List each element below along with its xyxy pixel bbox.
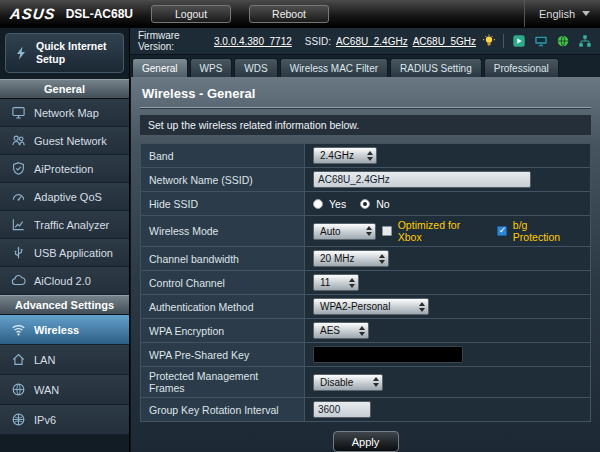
row-authentication-method: Authentication Method WPA2-Personal [141, 295, 591, 319]
select-arrows-icon [373, 377, 379, 387]
sidebar-item-traffic-analyzer[interactable]: Traffic Analyzer [0, 211, 129, 239]
ipv6-globe-icon [10, 412, 26, 428]
group-key-rotation-input[interactable] [313, 401, 371, 418]
firmware-version-link[interactable]: 3.0.0.4.380_7712 [214, 36, 292, 47]
sidebar-item-label: Guest Network [34, 135, 107, 147]
sidebar-item-wan[interactable]: WAN [0, 375, 129, 405]
screen-icon[interactable] [533, 34, 548, 49]
sidebar: Quick Internet Setup General Network Map… [0, 28, 130, 452]
wpa-encryption-value: AES [320, 325, 340, 336]
lamp-icon[interactable] [481, 34, 496, 49]
select-arrows-icon [419, 302, 425, 312]
channel-bandwidth-value: 20 MHz [320, 253, 354, 264]
tab-wds[interactable]: WDS [234, 58, 277, 77]
tab-bar: General WPS WDS Wireless MAC Filter RADI… [130, 55, 600, 77]
network-nodes-icon[interactable] [577, 34, 592, 49]
ssid-24ghz-link[interactable]: AC68U_2.4GHz [336, 36, 408, 47]
sidebar-item-guest-network[interactable]: Guest Network [0, 127, 129, 155]
group-key-rotation-label: Group Key Rotation Interval [141, 398, 305, 422]
caret-down-icon [582, 11, 590, 16]
sidebar-item-ipv6[interactable]: IPv6 [0, 405, 129, 435]
ssid-label: SSID: [305, 36, 331, 47]
tab-professional[interactable]: Professional [484, 58, 559, 77]
sidebar-item-label: Traffic Analyzer [34, 219, 109, 231]
wpa-encryption-label: WPA Encryption [141, 319, 305, 343]
tab-wireless-mac-filter[interactable]: Wireless MAC Filter [280, 58, 388, 77]
tab-wps[interactable]: WPS [190, 58, 233, 77]
page-title: Wireless - General [140, 83, 591, 108]
select-arrows-icon [359, 326, 365, 336]
top-bar: ASUS DSL-AC68U Logout Reboot English [0, 0, 600, 28]
logout-button[interactable]: Logout [151, 5, 231, 23]
hide-ssid-no-label: No [376, 198, 389, 210]
ssid-input[interactable] [313, 171, 531, 188]
band-value: 2.4GHz [320, 150, 354, 161]
qis-label: Quick Internet Setup [36, 40, 116, 65]
sidebar-item-label: Network Map [34, 107, 99, 119]
sidebar-item-usb-application[interactable]: USB Application [0, 239, 129, 267]
wpa-pre-shared-key-input[interactable] [313, 346, 463, 363]
row-group-key-rotation: Group Key Rotation Interval [141, 398, 591, 422]
play-icon[interactable] [511, 34, 526, 49]
people-icon [10, 133, 26, 149]
sidebar-item-lan[interactable]: LAN [0, 345, 129, 375]
sidebar-item-wireless[interactable]: Wireless [0, 315, 129, 345]
hide-ssid-yes-radio[interactable] [313, 199, 323, 209]
hide-ssid-yes-label: Yes [329, 198, 346, 210]
info-bar: Firmware Version: 3.0.0.4.380_7712 SSID:… [130, 28, 600, 55]
row-channel-bandwidth: Channel bandwidth 20 MHz [141, 247, 591, 271]
row-wpa-encryption: WPA Encryption AES [141, 319, 591, 343]
control-channel-select[interactable]: 11 [313, 274, 359, 291]
page-description: Set up the wireless related information … [140, 115, 591, 135]
authentication-method-select[interactable]: WPA2-Personal [313, 298, 429, 315]
general-section-header: General [0, 79, 129, 99]
row-wireless-mode: Wireless Mode Auto Optimized for Xbox [141, 216, 591, 247]
row-control-channel: Control Channel 11 [141, 271, 591, 295]
band-select[interactable]: 2.4GHz [313, 147, 377, 164]
sidebar-item-aicloud[interactable]: AiCloud 2.0 [0, 267, 129, 295]
green-globe-icon[interactable] [555, 34, 570, 49]
apply-row: Apply [140, 422, 591, 452]
row-band: Band 2.4GHz [141, 144, 591, 168]
sidebar-item-network-map[interactable]: Network Map [0, 99, 129, 127]
channel-bandwidth-select[interactable]: 20 MHz [313, 250, 389, 267]
protected-management-frames-select[interactable]: Disable [313, 374, 383, 391]
sidebar-item-label: AiCloud 2.0 [34, 275, 91, 287]
authentication-method-value: WPA2-Personal [320, 301, 390, 312]
bg-protection-label: b/g Protection [513, 219, 576, 243]
divider [503, 34, 504, 48]
sidebar-item-label: IPv6 [34, 414, 56, 426]
select-arrows-icon [366, 226, 372, 236]
ssid-field-label: Network Name (SSID) [141, 168, 305, 192]
apply-button[interactable]: Apply [333, 431, 399, 452]
firmware-label: Firmware Version: [138, 30, 209, 52]
usb-icon [10, 245, 26, 261]
optimized-for-xbox-checkbox[interactable] [382, 226, 392, 236]
sidebar-item-aiprotection[interactable]: AiProtection [0, 155, 129, 183]
wireless-mode-select[interactable]: Auto [313, 223, 376, 240]
shield-icon [10, 161, 26, 177]
router-admin-app: ASUS DSL-AC68U Logout Reboot English Qui… [0, 0, 600, 452]
status-icon-group [481, 34, 592, 49]
gauge-icon [10, 189, 26, 205]
chart-icon [10, 217, 26, 233]
wireless-mode-value: Auto [320, 226, 341, 237]
hide-ssid-label: Hide SSID [141, 192, 305, 216]
band-label: Band [141, 144, 305, 168]
sidebar-item-adaptive-qos[interactable]: Adaptive QoS [0, 183, 129, 211]
ssid-5ghz-link[interactable]: AC68U_5GHz [413, 36, 476, 47]
wpa-encryption-select[interactable]: AES [313, 322, 369, 339]
language-dropdown[interactable]: English [524, 0, 590, 27]
asus-logo: ASUS [9, 5, 56, 22]
tab-general[interactable]: General [132, 58, 188, 77]
tab-radius-setting[interactable]: RADIUS Setting [390, 58, 482, 77]
control-channel-label: Control Channel [141, 271, 305, 295]
sidebar-item-quick-internet-setup[interactable]: Quick Internet Setup [5, 33, 124, 73]
main-column: Firmware Version: 3.0.0.4.380_7712 SSID:… [130, 28, 600, 452]
reboot-button[interactable]: Reboot [249, 5, 329, 23]
bg-protection-checkbox[interactable] [497, 226, 507, 236]
sidebar-item-label: AiProtection [34, 163, 93, 175]
select-arrows-icon [379, 254, 385, 264]
cloud-icon [10, 273, 26, 289]
hide-ssid-no-radio[interactable] [360, 199, 370, 209]
